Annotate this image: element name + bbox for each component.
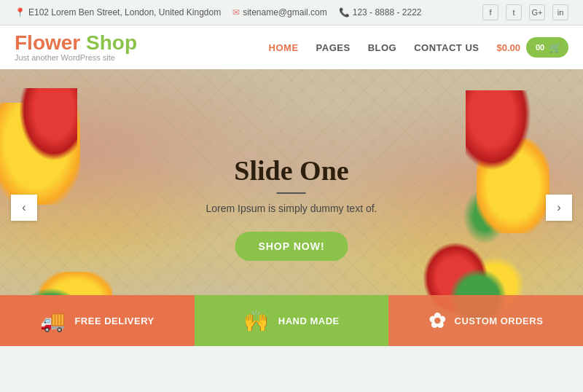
- twitter-link[interactable]: t: [506, 4, 522, 20]
- logo-title: Flower Shop: [15, 33, 137, 53]
- googleplus-link[interactable]: G+: [529, 4, 545, 20]
- feature-bar: 🚚 FREE DELIVERY 🙌 HAND MADE ✿ CUSTOM ORD…: [0, 295, 583, 346]
- email-item: ✉ sitename@gmail.com: [232, 7, 327, 17]
- linkedin-link[interactable]: in: [552, 4, 568, 20]
- truck-icon: 🚚: [40, 309, 66, 333]
- hero-divider: [277, 192, 306, 194]
- cart-area: $0.00 00 🛒: [496, 37, 568, 58]
- hero-description: Lorem Ipsum is simply dummy text of.: [206, 203, 377, 214]
- feature-handmade: 🙌 HAND MADE: [195, 295, 389, 346]
- feature-delivery-label: FREE DELIVERY: [74, 315, 154, 326]
- chevron-right-icon: ›: [557, 201, 560, 214]
- nav-blog[interactable]: BLOG: [368, 42, 397, 53]
- address-text: E102 Lorem Ben Street, London, United Ki…: [28, 7, 221, 17]
- top-bar-contact: 📍 E102 Lorem Ben Street, London, United …: [15, 7, 421, 17]
- hands-icon: 🙌: [243, 309, 270, 333]
- pin-icon: 📍: [15, 7, 26, 17]
- chevron-left-icon: ‹: [22, 201, 26, 214]
- logo-flower: Flower: [15, 31, 80, 54]
- hero-slider: ‹ Slide One Lorem Ipsum is simply dummy …: [0, 69, 583, 346]
- nav-pages[interactable]: PAGES: [316, 42, 351, 53]
- facebook-link[interactable]: f: [482, 4, 498, 20]
- feature-delivery: 🚚 FREE DELIVERY: [0, 295, 195, 346]
- mail-icon: ✉: [232, 7, 240, 17]
- flower-icon: ✿: [429, 309, 446, 333]
- logo-area: Flower Shop Just another WordPress site: [15, 33, 137, 62]
- feature-custom: ✿ CUSTOM ORDERS: [388, 295, 583, 346]
- logo-shop: Shop: [80, 31, 137, 54]
- main-nav: HOME PAGES BLOG CONTACT US $0.00 00 🛒: [269, 37, 568, 58]
- hero-title: Slide One: [206, 154, 377, 187]
- cart-price: $0.00: [496, 42, 520, 53]
- flower-decoration-left: [0, 69, 138, 266]
- slider-prev-button[interactable]: ‹: [11, 195, 37, 221]
- cart-button[interactable]: 00 🛒: [526, 37, 568, 58]
- feature-custom-label: CUSTOM ORDERS: [455, 315, 544, 326]
- logo-subtitle: Just another WordPress site: [15, 53, 137, 62]
- feature-handmade-label: HAND MADE: [278, 315, 340, 326]
- header: Flower Shop Just another WordPress site …: [0, 26, 583, 69]
- shop-now-button[interactable]: SHOP NOW!: [235, 232, 348, 261]
- address-item: 📍 E102 Lorem Ben Street, London, United …: [15, 7, 221, 17]
- phone-text: 123 - 8888 - 2222: [353, 7, 422, 17]
- social-links: f t G+ in: [482, 4, 568, 20]
- top-bar: 📍 E102 Lorem Ben Street, London, United …: [0, 0, 583, 26]
- cart-count: 00: [533, 41, 547, 54]
- cart-icon: 🛒: [549, 42, 561, 53]
- hero-content: Slide One Lorem Ipsum is simply dummy te…: [206, 154, 377, 261]
- phone-icon: 📞: [339, 7, 350, 17]
- nav-contact[interactable]: CONTACT US: [414, 42, 479, 53]
- email-text: sitename@gmail.com: [243, 7, 327, 17]
- nav-home[interactable]: HOME: [269, 42, 299, 53]
- phone-item: 📞 123 - 8888 - 2222: [339, 7, 422, 17]
- slider-next-button[interactable]: ›: [546, 195, 572, 221]
